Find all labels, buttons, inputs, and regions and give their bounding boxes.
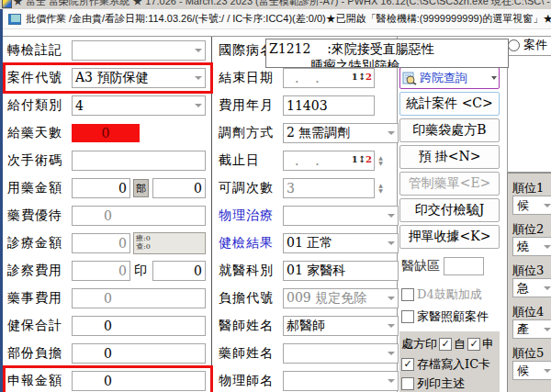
- nhi-total-field[interactable]: 0: [72, 316, 206, 336]
- family-care-label: 家醫照顧案件: [417, 308, 489, 325]
- priority-4-label: 順位4: [512, 304, 551, 319]
- left-column: 轉檢註記 案件代號 A3 預防保健 給付類別 4 給藥天數 0 次手術碼 用藥: [3, 37, 212, 392]
- pharmacy-fee-field[interactable]: 0: [72, 288, 206, 308]
- case-radio-row: 案件: [508, 37, 547, 53]
- row-copayment: 部份負擔 0: [3, 340, 211, 367]
- drug-days-field[interactable]: 0: [72, 124, 140, 142]
- deadline-date-label: 截止日: [219, 152, 283, 169]
- payment-type-select[interactable]: 4: [72, 95, 206, 116]
- refill-count-field[interactable]: 3: [283, 178, 375, 198]
- print-drug-bag-button[interactable]: 印藥袋處方B: [399, 118, 500, 142]
- family-care-checkbox[interactable]: 家醫照顧案件: [401, 306, 500, 328]
- med-shortage-row: 醫缺區: [401, 257, 500, 275]
- checkup-result-select[interactable]: 01 正常: [283, 233, 399, 253]
- med-shortage-field[interactable]: [444, 257, 484, 275]
- priority-5-label: 順位5: [512, 345, 551, 361]
- row-declared-amount: 申報金額 0: [3, 367, 211, 392]
- drug-discount-value: 0: [104, 208, 112, 223]
- case-code-value: A3 預防保健: [75, 70, 148, 86]
- priority-3-label: 順位3: [512, 263, 551, 278]
- drug-days-label: 給藥天數: [7, 125, 72, 141]
- treatment-detail-top: 療:0: [136, 234, 151, 242]
- radio-icon[interactable]: [508, 39, 520, 51]
- priority-1-select[interactable]: 候: [512, 196, 551, 215]
- cross-hospital-query-button[interactable]: 跨院查詢: [399, 67, 500, 89]
- stats-case-button[interactable]: 統計案件 <C>: [399, 92, 500, 116]
- drug-amount-field[interactable]: 0: [72, 178, 130, 198]
- pharmacy-fee-label: 藥事費用: [7, 290, 72, 307]
- priority-5-select[interactable]: 候: [512, 361, 551, 380]
- icd-name-line1: Z1212 :來院接受直腸惡性: [269, 41, 434, 56]
- drug-discount-field[interactable]: 0: [72, 206, 206, 226]
- dispensing-method-select[interactable]: 2 無需調劑: [283, 123, 399, 143]
- deposit-receipt-button[interactable]: 押單收據<K>: [399, 225, 500, 249]
- pre-register-button[interactable]: 預 掛<N>: [399, 145, 500, 169]
- print-fee-label: 印: [134, 263, 147, 279]
- consult-fee-field[interactable]: 0: [72, 261, 130, 281]
- right-column: 案件 順位1 候 順位2 燒 順位3 急 順位4 產 順位5 候: [501, 37, 551, 392]
- chevron-down-icon: [491, 76, 497, 80]
- case-code-select[interactable]: A3 預防保健: [72, 68, 206, 88]
- physical-therapy-select[interactable]: [283, 206, 399, 226]
- consult-fee-label: 診察費用: [7, 263, 72, 279]
- chevron-down-icon: [388, 297, 395, 300]
- priority-4-select[interactable]: 產: [512, 319, 551, 339]
- background-window-title: ★ 當全 當榮院所作業系統 ★ 17.026 - March.23 2023 (…: [13, 0, 551, 8]
- department-field[interactable]: 01 家醫科: [283, 261, 399, 281]
- controlled-drug-button[interactable]: 管制藥單<E>: [399, 172, 500, 196]
- d4-bonus-checkbox[interactable]: D4鼓勵加成: [401, 284, 500, 306]
- row-doctor-name: 醫師姓名 郝醫師: [212, 312, 397, 340]
- icd-name-field[interactable]: Z1212 :來院接受直腸惡性 腫瘤之特別篩檢: [265, 39, 509, 68]
- magnifier-icon: [402, 72, 417, 85]
- fee-year-month-label: 費用年月: [219, 97, 283, 114]
- sub-surgery-code-field[interactable]: [72, 151, 206, 171]
- spinner-control[interactable]: ▲▼: [376, 151, 386, 170]
- row-deadline-date: 截止日 . . 1↕2 ▲▼: [212, 147, 397, 174]
- copay-code-select[interactable]: 009 規定免除: [283, 288, 399, 308]
- icd-name-line2: 腫瘤之特別篩檢: [269, 58, 400, 68]
- billing-form: Z1212 :來院接受直腸惡性 腫瘤之特別篩檢 轉檢註記 案件代號 A3 預防保…: [3, 36, 551, 392]
- chevron-down-icon: [388, 324, 395, 328]
- print-lab-delivery-button[interactable]: 印交付檢驗J: [399, 198, 500, 222]
- fee-year-month-field[interactable]: 11403: [283, 95, 375, 116]
- checkbox-icon[interactable]: ✓: [439, 338, 452, 351]
- doctor-name-select[interactable]: 郝醫師: [283, 316, 399, 336]
- print-note-checkbox[interactable]: 列印主述: [401, 375, 500, 392]
- drug-amount-copay-field[interactable]: 0: [152, 178, 206, 198]
- deadline-date-field[interactable]: . . 1↕2: [283, 151, 375, 171]
- spinner-control[interactable]: ▲▼: [376, 179, 386, 197]
- end-date-field[interactable]: . . 1↕2: [283, 68, 375, 88]
- priority-3-select[interactable]: 急: [512, 278, 551, 297]
- med-shortage-label: 醫缺區: [401, 258, 440, 274]
- row-drug-discount: 藥費優待 0: [3, 202, 211, 230]
- checkbox-icon: ✓: [401, 358, 414, 371]
- print-fee-field[interactable]: 0: [152, 261, 206, 281]
- transfer-note-label: 轉檢註記: [7, 42, 72, 59]
- checkbox-icon: [401, 377, 414, 390]
- save-ic-checkbox[interactable]: ✓ 存檔寫入IC卡: [401, 354, 500, 375]
- transfer-note-select[interactable]: [72, 40, 206, 61]
- window-icon: [8, 14, 21, 25]
- physical-therapy-label: 物理治療: [219, 207, 283, 224]
- checkup-result-value: 01 正常: [287, 235, 332, 252]
- therapist-name-select[interactable]: [283, 371, 399, 391]
- pharmacist-name-label: 藥師姓名: [219, 345, 283, 362]
- treatment-amount-field[interactable]: 0: [72, 233, 130, 253]
- case-list-panel[interactable]: [507, 55, 551, 173]
- chevron-down-icon: [195, 76, 202, 80]
- priority-2-select[interactable]: 燒: [512, 237, 551, 256]
- case-radio-label: 案件: [523, 37, 547, 53]
- refill-count-value: 3: [287, 181, 295, 196]
- declared-amount-field[interactable]: 0: [72, 371, 206, 391]
- end-date-value: . .: [287, 71, 320, 85]
- checkbox-icon[interactable]: ✓: [467, 338, 480, 351]
- drug-amount-label: 用藥金額: [7, 180, 72, 196]
- app-icon: [2, 0, 12, 8]
- chevron-down-icon: [544, 369, 551, 373]
- copayment-field[interactable]: 0: [72, 343, 206, 364]
- pharmacist-name-select[interactable]: [283, 343, 399, 364]
- row-drug-days: 給藥天數 0: [3, 119, 211, 147]
- payment-type-value: 4: [75, 98, 84, 113]
- chevron-down-icon: [388, 214, 395, 218]
- row-refill-count: 可調次數 3 ▲▼: [212, 174, 397, 202]
